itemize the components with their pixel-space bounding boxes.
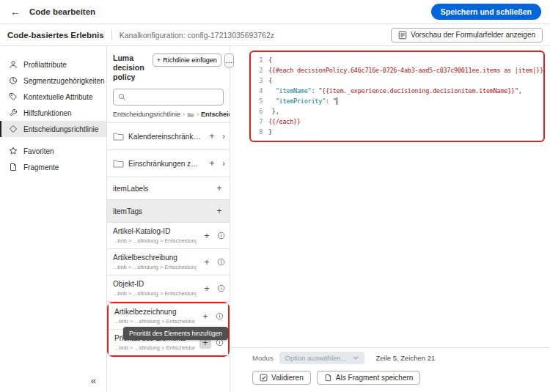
- red-annotation-box: Artikelbezeichnung ...bnb > ...sfindung …: [107, 302, 230, 357]
- add-button[interactable]: +: [206, 158, 218, 169]
- add-button[interactable]: +: [213, 182, 225, 194]
- add-button[interactable]: +: [201, 283, 213, 295]
- plus-icon: +: [157, 56, 161, 64]
- info-icon[interactable]: [217, 232, 225, 240]
- insert-policy-button[interactable]: + Richtlinie einfügen: [153, 53, 221, 67]
- info-icon[interactable]: [216, 312, 224, 320]
- insert-policy-label: Richtlinie einfügen: [163, 56, 217, 64]
- back-icon[interactable]: ←: [10, 6, 21, 18]
- save-fragment-button[interactable]: Als Fragment speichern: [317, 371, 421, 385]
- code-line[interactable]: 8}: [251, 127, 542, 137]
- breadcrumb-current[interactable]: Entscheidu...: [201, 111, 230, 118]
- list-item-itemlabels[interactable]: itemLabels +: [107, 177, 230, 200]
- policy-title: Luma decision policy: [113, 53, 150, 82]
- add-button[interactable]: +: [206, 130, 218, 142]
- line-number: 3: [251, 75, 263, 86]
- star-icon: [9, 147, 18, 155]
- validate-label: Validieren: [271, 374, 304, 382]
- fragment-icon: [9, 163, 18, 171]
- add-priority-tooltip: Priorität des Elements hinzufügen: [123, 327, 228, 340]
- preview-form-fields-button[interactable]: Vorschau der Formularfelder anzeigen: [391, 28, 543, 42]
- segments-icon: [9, 76, 18, 85]
- page-title: Code bearbeiten: [29, 7, 95, 16]
- save-close-button[interactable]: Speichern und schließen: [431, 4, 541, 20]
- search-icon: [118, 93, 126, 101]
- channel-config: Kanalkonfiguration: config-1721303569376…: [120, 31, 274, 40]
- expand-chevron-icon[interactable]: ›: [222, 158, 225, 169]
- list-item-label: itemTags: [113, 207, 209, 215]
- save-fragment-label: Als Fragment speichern: [336, 374, 414, 382]
- info-icon[interactable]: [217, 258, 225, 266]
- search-input[interactable]: [130, 93, 219, 101]
- list-item-itemtags[interactable]: itemTags +: [107, 200, 230, 223]
- line-number: 1: [251, 55, 263, 65]
- line-number: 5: [251, 96, 263, 106]
- code-line[interactable]: 3{: [251, 75, 542, 86]
- list-item-item-constraints[interactable]: Einschränkungen zum Artikel + ›: [107, 150, 230, 177]
- folder-icon: [113, 159, 124, 168]
- chevron-right-icon: ›: [183, 111, 185, 118]
- code-editor[interactable]: 1{2{{#each decisionPolicy.646c716e-0726-…: [230, 46, 550, 347]
- line-number: 6: [251, 106, 263, 117]
- decision-icon: [9, 125, 18, 133]
- validate-icon: [260, 374, 268, 382]
- list-item-article-name[interactable]: Artikelbezeichnung ...bnb > ...sfindung …: [109, 303, 228, 330]
- collapse-sidebar-button[interactable]: «: [91, 375, 96, 386]
- chevron-right-icon: ›: [197, 111, 199, 118]
- validate-button[interactable]: Validieren: [252, 371, 311, 385]
- policy-panel: Luma decision policy + Richtlinie einfüg…: [107, 46, 230, 392]
- wrench-icon: [9, 108, 18, 117]
- sidebar-item-label: Segmentzugehörigkeiten: [23, 77, 105, 85]
- list-item-path: ...bnb > ...sfindung > Entscheidungsarti…: [113, 264, 197, 270]
- mode-select[interactable]: Option auswählen...: [279, 352, 364, 364]
- editor-actions: Validieren Als Fragment speichern: [230, 367, 550, 392]
- sidebar-item-favorites[interactable]: Favoriten: [0, 143, 106, 159]
- chevron-down-icon: [353, 356, 359, 360]
- sidebar-item-helper-functions[interactable]: Hilfsfunktionen: [0, 105, 106, 121]
- code-line[interactable]: 5 "itemPriority": ": [251, 96, 542, 106]
- form-preview-icon: [398, 31, 407, 40]
- fragment-icon: [324, 374, 332, 382]
- sidebar-item-profile-attributes[interactable]: Profilattribute: [0, 56, 106, 73]
- code-lines[interactable]: 1{2{{#each decisionPolicy.646c716e-0726-…: [251, 55, 542, 137]
- policy-item-list: Kalendereinschränkungen... + › Einschrän…: [107, 122, 230, 392]
- info-icon[interactable]: [217, 284, 225, 292]
- list-item-article-catalog-id[interactable]: Artikel-Katalog-ID ...bnb > ...sfindung …: [107, 223, 230, 249]
- sidebar-item-contextual-attributes[interactable]: Kontextuelle Attribute: [0, 89, 106, 105]
- list-item-path: ...bnb > ...sfindung > Entscheidungsarti…: [113, 290, 197, 297]
- sidebar-item-segment-memberships[interactable]: Segmentzugehörigkeiten: [0, 73, 106, 89]
- code-line[interactable]: 1{: [251, 55, 542, 65]
- sidebar-item-label: Fragmente: [23, 163, 59, 171]
- person-icon: [9, 60, 18, 69]
- list-item-path: ...bnb > ...sfindung > Entscheidungsarti…: [114, 318, 195, 325]
- breadcrumb: Entscheidungsrichtlinie › › Entscheidu..…: [107, 110, 230, 122]
- search-box[interactable]: [113, 89, 224, 106]
- expand-chevron-icon[interactable]: ›: [222, 131, 225, 141]
- list-item-label: itemLabels: [113, 185, 209, 193]
- add-button[interactable]: +: [199, 311, 211, 322]
- add-button[interactable]: +: [201, 256, 213, 268]
- list-item-calendar-constraints[interactable]: Kalendereinschränkungen... + ›: [107, 123, 230, 150]
- sidebar-item-label: Profilattribute: [23, 61, 67, 69]
- code-line[interactable]: 7{{/each}}: [251, 117, 542, 127]
- code-line[interactable]: 2{{#each decisionPolicy.646c716e-0726-4a…: [251, 65, 542, 75]
- list-item-label: Artikelbeschreibung: [113, 254, 197, 262]
- list-item-path: ...bnb > ...sfindung > Entscheidungsarti…: [114, 344, 195, 351]
- add-button[interactable]: +: [213, 205, 225, 217]
- mode-label: Modus: [252, 354, 274, 362]
- add-button[interactable]: +: [201, 230, 213, 242]
- breadcrumb-root[interactable]: Entscheidungsrichtlinie: [113, 111, 180, 118]
- left-sidebar: Profilattribute Segmentzugehörigkeiten K…: [0, 46, 107, 392]
- folder-icon[interactable]: [187, 111, 194, 118]
- code-line[interactable]: 6 },: [251, 106, 542, 117]
- list-item-label: Objekt-ID: [113, 280, 197, 288]
- line-number: 7: [251, 117, 263, 127]
- list-item-object-id[interactable]: Objekt-ID ...bnb > ...sfindung > Entsche…: [107, 275, 230, 302]
- info-icon[interactable]: [216, 339, 224, 347]
- line-number: 8: [251, 127, 263, 137]
- code-line[interactable]: 4 "itemName": "{{item._experience.decisi…: [251, 86, 542, 96]
- text-cursor: [337, 97, 337, 105]
- sidebar-item-decision-policy[interactable]: Entscheidungsrichtlinie: [0, 121, 106, 137]
- list-item-article-description[interactable]: Artikelbeschreibung ...bnb > ...sfindung…: [107, 249, 230, 275]
- sidebar-item-fragments[interactable]: Fragmente: [0, 159, 106, 175]
